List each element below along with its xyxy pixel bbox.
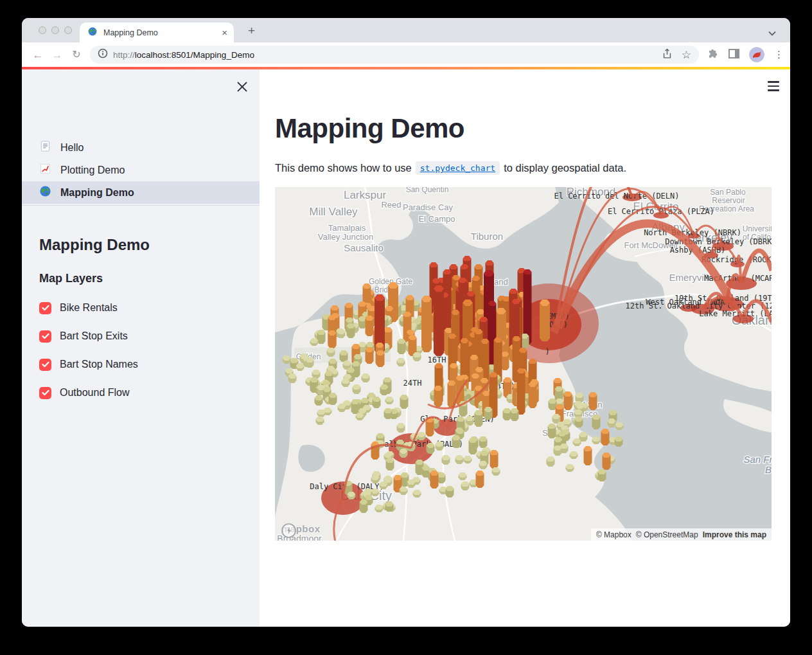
minimize-window-button[interactable] [51,26,59,34]
bart-station-label: 24TH [403,379,422,388]
bart-station-label: 16TH [428,355,446,364]
sidebar-close-icon[interactable] [236,80,249,93]
checkbox-checked-icon[interactable] [39,387,51,399]
bart-station-label: Lake Merritt (LAKE) [699,309,772,318]
sidebar-item-mapping-demo[interactable]: Mapping Demo [22,181,260,204]
map-attribution: © Mapbox © OpenStreetMap Improve this ma… [591,528,772,541]
doc-icon [39,140,51,155]
map-place-label: University [743,224,772,233]
sidebar: HelloPlotting DemoMapping Demo Mapping D… [22,69,260,627]
map-place-label: Valley Junction [318,232,373,242]
window-controls[interactable] [39,26,72,34]
page-description: This demo shows how to use st.pydeck_cha… [275,161,626,175]
zoom-window-button[interactable] [64,26,72,34]
tab-strip: Mapping Demo × + [22,18,790,42]
sidebar-divider [22,205,260,206]
browser-menu-dots-icon[interactable]: ⋮ [774,49,784,60]
back-button[interactable]: ← [28,49,48,60]
map-place-label: Tiburon [471,231,503,242]
extensions-puzzle-icon[interactable] [707,48,719,62]
checkbox-label[interactable]: Bart Stop Names [60,359,138,370]
reload-button[interactable]: ↻ [67,49,86,60]
sidebar-item-plotting-demo[interactable]: Plotting Demo [22,159,260,181]
mapbox-attribution-link[interactable]: © Mapbox [596,530,631,539]
pydeck-chart-code-link[interactable]: st.pydeck_chart [416,161,500,175]
browser-toolbar: ← → ↻ http://localhost:8501/Mapping_Demo… [22,42,790,67]
improve-map-link[interactable]: Improve this map [703,530,766,539]
map-canvas[interactable]: LarkspurSan QuentinMill ValleyReedParadi… [275,187,772,541]
tab-close-icon[interactable]: × [222,28,227,37]
forward-button[interactable]: → [48,49,67,60]
site-info-icon[interactable] [98,48,108,61]
description-suffix: to display geospatial data. [504,162,626,174]
tab-search-chevron-icon[interactable] [768,27,776,39]
sidebar-item-hello[interactable]: Hello [22,136,260,159]
map-place-label: Larkspur [344,189,386,201]
sidebar-item-label: Mapping Demo [60,187,134,199]
browser-tab[interactable]: Mapping Demo × [80,22,234,42]
checkbox-checked-icon[interactable] [39,359,51,371]
description-prefix: This demo shows how to use [275,162,412,174]
url-scheme: http:// [113,50,135,60]
layer-row-bart-stop-exits: Bart Stop Exits [39,322,138,350]
profile-avatar[interactable] [749,47,764,62]
map-place-label: Paradise Cay [403,202,454,212]
osm-attribution-link[interactable]: © OpenStreetMap [636,530,698,539]
main-content: Mapping Demo This demo shows how to use … [260,69,790,627]
map-place-label: Reservoir [712,196,745,205]
sidebar-item-label: Hello [60,142,84,154]
layer-row-bart-stop-names: Bart Stop Names [39,350,138,379]
checkbox-label[interactable]: Bart Stop Exits [60,330,128,342]
map-place-label: San Quentin [406,187,449,194]
new-tab-button[interactable]: + [248,24,255,38]
close-window-button[interactable] [39,26,46,34]
address-bar[interactable]: http://localhost:8501/Mapping_Demo ☆ [90,46,699,64]
tab-favicon-globe-icon [87,26,98,39]
mapbox-logo[interactable]: mapbox [281,523,321,534]
checkbox-label[interactable]: Bike Rentals [60,302,118,314]
map-place-label: San Fr [743,454,772,465]
side-panel-icon[interactable] [728,49,739,61]
checkbox-label[interactable]: Outbound Flow [60,387,130,399]
map-place-label: San Pablo [710,188,746,197]
layer-checkbox-group: Bike RentalsBart Stop ExitsBart Stop Nam… [39,294,138,407]
page-title: Mapping Demo [275,113,464,144]
sidebar-title: Mapping Demo [39,236,150,254]
layer-row-bike-rentals: Bike Rentals [39,294,138,322]
sidebar-nav: HelloPlotting DemoMapping Demo [22,136,260,204]
tab-title: Mapping Demo [103,28,222,37]
map-place-label: B [765,464,772,475]
sidebar-item-label: Plotting Demo [60,165,125,176]
map-place-label: Reed [381,200,401,210]
bart-station-label: ) [545,347,549,356]
globe-icon [39,185,51,200]
chart-icon [39,163,51,177]
url-path: localhost:8501/Mapping_Demo [135,50,254,60]
land-shape [723,399,772,433]
pydeck-map[interactable]: LarkspurSan QuentinMill ValleyReedParadi… [275,187,772,541]
map-place-label: Sausalito [344,242,384,253]
url-text[interactable]: http://localhost:8501/Mapping_Demo [113,50,662,60]
map-layers-heading: Map Layers [39,272,103,285]
checkbox-checked-icon[interactable] [39,302,51,314]
browser-window: Mapping Demo × + ← → ↻ http://localhost:… [22,18,790,627]
layer-row-outbound-flow: Outbound Flow [39,379,138,407]
map-place-label: El Campo [418,214,455,224]
checkbox-checked-icon[interactable] [39,330,51,343]
bookmark-star-icon[interactable]: ☆ [682,49,691,60]
map-place-label: Tamalpais [328,223,366,233]
share-icon[interactable] [662,48,673,62]
map-place-label: Mill Valley [309,206,358,218]
app-menu-hamburger-icon[interactable] [768,81,779,91]
